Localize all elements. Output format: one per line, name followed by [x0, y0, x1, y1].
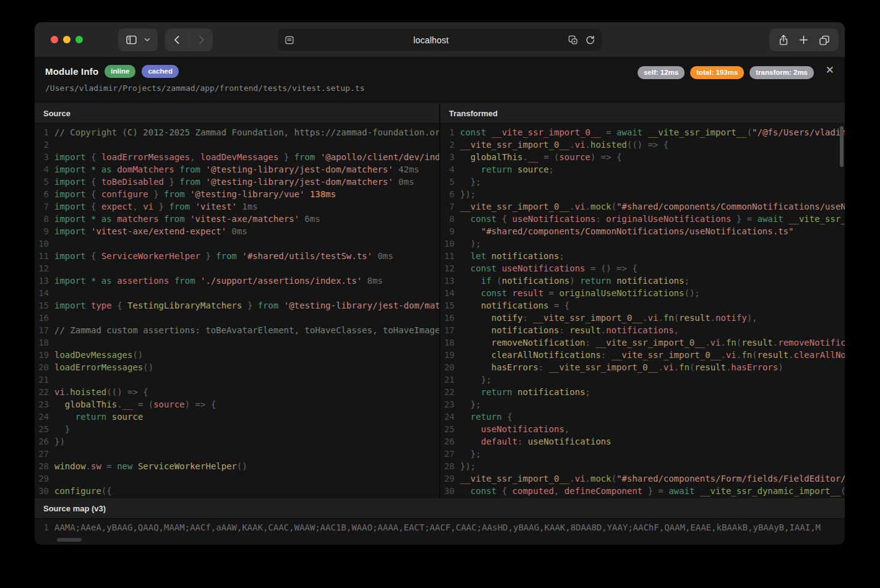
code-line: 18: [35, 336, 439, 349]
code-line: 19loadDevMessages(): [35, 349, 439, 361]
code-line: 16: [35, 312, 439, 324]
code-line: 8import * as matchers from 'vitest-axe/m…: [35, 213, 439, 225]
code-line: 12 const useNotifications = () => {: [440, 262, 845, 275]
code-line: 23 globalThis.__ = (source) => {: [35, 398, 439, 411]
code-line: 22 return notifications;: [440, 386, 845, 398]
code-line: 26}): [35, 435, 439, 448]
code-line: 29__vite_ssr_import_0__.vi.mock("#shared…: [440, 472, 845, 485]
code-line: 9 "#shared/components/CommonNotification…: [440, 225, 845, 237]
code-line: 5 };: [440, 176, 845, 188]
url-text[interactable]: localhost: [295, 35, 567, 45]
sourcemap-line: 1 AAMA;AAeA,yBAAG,QAAQ,MAAM;AACf,aAAW,KA…: [35, 521, 845, 534]
sidebar-icon[interactable]: [125, 33, 138, 46]
code-line: 4 return source;: [440, 163, 845, 176]
source-panel-title: Source: [35, 104, 439, 124]
code-line: 10 );: [440, 237, 845, 250]
minimize-window-button[interactable]: [63, 36, 70, 43]
code-line: 11 let notifications;: [440, 250, 845, 262]
transformed-code-area[interactable]: 1const __vite_ssr_import_0__ = await __v…: [440, 124, 845, 498]
page-menu-icon[interactable]: [567, 34, 579, 46]
inline-badge: inline: [105, 65, 135, 78]
code-line: 24 return {: [440, 411, 845, 423]
code-line: 20 hasErrors: __vite_ssr_import_0__.vi.f…: [440, 361, 845, 373]
code-line: 6});: [440, 188, 845, 200]
tab-overview-button[interactable]: [818, 34, 831, 46]
back-button[interactable]: [165, 28, 189, 51]
address-bar[interactable]: localhost: [278, 28, 602, 51]
code-line: 24 return source: [35, 411, 439, 423]
chevron-down-icon[interactable]: [143, 36, 151, 43]
share-button[interactable]: [777, 34, 790, 46]
code-line: 16 notify: __vite_ssr_import_0__.vi.fn(r…: [440, 312, 845, 324]
code-line: 30configure({: [35, 485, 439, 497]
module-path: /Users/vladimir/Projects/zammad/app/fron…: [45, 83, 836, 93]
close-window-button[interactable]: [51, 36, 58, 43]
code-line: 11import { ServiceWorkerHelper } from '#…: [35, 250, 439, 262]
code-line: 7import { expect, vi } from 'vitest' 1ms: [35, 200, 439, 213]
source-panel: Source 1// Copyright (C) 2012-2025 Zamma…: [35, 104, 439, 498]
code-line: 26 default: useNotifications: [440, 435, 845, 448]
code-line: 25 useNotifications,: [440, 423, 845, 435]
code-line: 13import * as assertions from './support…: [35, 275, 439, 287]
screen: localhost: [0, 0, 880, 588]
code-line: 7__vite_ssr_import_0__.vi.mock("#shared/…: [440, 200, 845, 213]
traffic-lights: [51, 36, 83, 43]
reader-icon[interactable]: [284, 35, 295, 46]
transformed-panel: Transformed 1const __vite_ssr_import_0__…: [440, 104, 845, 498]
code-line: 21: [35, 373, 439, 386]
cached-badge: cached: [142, 65, 179, 78]
code-line: 1// Copyright (C) 2012-2025 Zammad Found…: [35, 126, 439, 138]
code-line: 17// Zammad custom assertions: toBeAvata…: [35, 324, 439, 336]
sidebar-toggle-group[interactable]: [118, 28, 158, 51]
transform-time-badge: transform: 2ms: [750, 66, 814, 79]
code-line: 17 notifications: result.notifications,: [440, 324, 845, 336]
self-time-badge: self: 12ms: [638, 66, 685, 79]
module-info-header: Module Info inline cached /Users/vladimi…: [35, 57, 845, 103]
code-line: 3 globalThis.__ = (source) => {: [440, 151, 845, 163]
code-line: 15 notifications = {: [440, 299, 845, 312]
code-line: 12: [35, 262, 439, 275]
code-line: 14: [35, 287, 439, 299]
code-line: 19 clearAllNotifications: __vite_ssr_imp…: [440, 349, 845, 361]
code-line: 18 removeNotification: __vite_ssr_import…: [440, 336, 845, 349]
code-line: 8 const { useNotifications: originalUseN…: [440, 213, 845, 225]
reload-icon[interactable]: [585, 35, 596, 45]
code-line: 25 }: [35, 423, 439, 435]
source-code-area[interactable]: 1// Copyright (C) 2012-2025 Zammad Found…: [35, 124, 439, 498]
code-line: 1const __vite_ssr_import_0__ = await __v…: [440, 126, 845, 138]
transformed-panel-title: Transformed: [440, 104, 845, 124]
code-line: 15import type { TestingLibraryMatchers }…: [35, 299, 439, 312]
sourcemap-title: Source map (v3): [35, 499, 845, 519]
code-line: 4import * as domMatchers from '@testing-…: [35, 163, 439, 176]
sourcemap-section: Source map (v3) 1 AAMA;AAeA,yBAAG,QAAQ,M…: [35, 498, 845, 545]
code-line: 9import 'vitest-axe/extend-expect' 0ms: [35, 225, 439, 237]
browser-window: localhost: [35, 22, 845, 545]
toolbar-right-group: [769, 28, 839, 51]
code-line: 21 };: [440, 373, 845, 386]
horizontal-scrollbar[interactable]: [57, 538, 82, 542]
nav-group: [165, 28, 213, 51]
code-line: 28window.sw = new ServiceWorkerHelper(): [35, 460, 439, 472]
code-line: 10: [35, 237, 439, 250]
code-line: 6import { configure } from '@testing-lib…: [35, 188, 439, 200]
code-line: 14 const result = originalUseNotificatio…: [440, 287, 845, 299]
code-line: 27: [35, 448, 439, 460]
sourcemap-line-number: 1: [35, 521, 54, 534]
close-icon[interactable]: ✕: [823, 62, 837, 78]
new-tab-button[interactable]: [798, 34, 810, 46]
total-time-badge: total: 193ms: [690, 66, 744, 79]
code-line: 20loadErrorMessages(): [35, 361, 439, 373]
forward-button[interactable]: [189, 28, 213, 51]
code-panels: Source 1// Copyright (C) 2012-2025 Zamma…: [35, 103, 845, 498]
code-line: 2__vite_ssr_import_0__.vi.hoisted(() => …: [440, 138, 845, 151]
vertical-scrollbar[interactable]: [840, 126, 844, 167]
browser-toolbar: localhost: [35, 22, 845, 57]
code-line: 5import { toBeDisabled } from '@testing-…: [35, 176, 439, 188]
zoom-window-button[interactable]: [75, 36, 83, 43]
code-line: 13 if (notifications) return notificatio…: [440, 275, 845, 287]
page-title: Module Info: [45, 66, 98, 77]
code-line: 2: [35, 138, 439, 151]
sourcemap-mappings: AAMA;AAeA,yBAAG,QAAQ,MAAM;AACf,aAAW,KAAK…: [54, 521, 845, 534]
code-line: 22vi.hoisted(() => {: [35, 386, 439, 398]
code-line: 29: [35, 472, 439, 485]
